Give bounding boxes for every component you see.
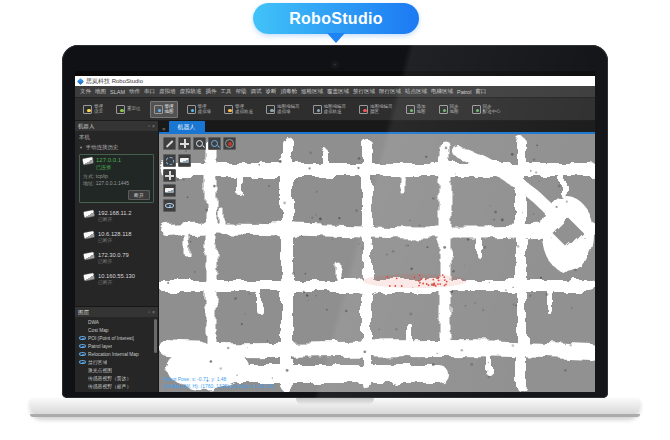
window-titlebar[interactable]: 思岚科技 RoboStudio — [75, 76, 595, 86]
record-button[interactable] — [223, 137, 236, 150]
robot-list-item[interactable]: 10.6.128.118 已断开 — [75, 227, 158, 248]
layer-row[interactable]: POI (Point of Interest) — [75, 334, 158, 342]
toolbar-button-icon — [313, 105, 322, 114]
menu-item[interactable]: 帮助 — [235, 88, 246, 95]
pan-icon — [165, 171, 174, 180]
layer-row[interactable]: DWA — [75, 318, 158, 326]
disconnect-button[interactable]: 断开 — [128, 190, 150, 200]
menu-item[interactable]: 插件 — [205, 88, 216, 95]
close-icon[interactable]: × — [152, 124, 155, 129]
measure-tool-button[interactable] — [163, 137, 176, 150]
eye-icon[interactable] — [79, 360, 86, 364]
toolbar-button[interactable]: 同步 配送中心 — [468, 101, 505, 118]
robot-status: 已连接 — [96, 164, 121, 170]
menu-item[interactable]: Patrol — [457, 89, 471, 95]
zoom-out-button[interactable] — [193, 137, 206, 150]
layer-row[interactable]: 传感器视野（超声） — [75, 382, 158, 390]
zoom-in-icon — [210, 139, 219, 148]
connected-robot-card[interactable]: 127.0.0.1 已连接 方式: tcp/ip 地址: 127.0.0.1:1… — [79, 154, 154, 203]
toolbar-button-icon — [187, 105, 196, 114]
robot-ip: 127.0.0.1 — [96, 157, 121, 164]
menu-item[interactable]: 诊断 — [265, 88, 276, 95]
eye-icon[interactable] — [79, 344, 86, 348]
map-tab[interactable]: 机器人 — [169, 121, 205, 134]
occupancy-map[interactable] — [159, 134, 595, 392]
robot-list-item[interactable]: 192.168.11.2 已断开 — [75, 206, 158, 227]
local-robot-label[interactable]: 本机 — [75, 131, 158, 142]
toolbar-button[interactable]: 管理 虚拟墙 — [183, 101, 216, 118]
menu-item[interactable]: 限行区域 — [379, 88, 401, 95]
robot-list-item[interactable]: 172.30.0.79 已断开 — [75, 248, 158, 269]
history-section-label[interactable]: ▼ 手动连接历史 — [75, 142, 158, 153]
map-canvas[interactable]: Robot Pose: x: -0.71, y: 1.48 GridMap (W… — [159, 134, 595, 392]
zoom-in-button[interactable] — [208, 137, 221, 150]
pan-tool-button[interactable] — [163, 169, 176, 182]
toolbar-button[interactable]: 重定位 — [112, 102, 145, 117]
menu-item[interactable]: 工具 — [220, 88, 231, 95]
layer-row[interactable]: 传感器视野（雷达） — [75, 374, 158, 382]
toolbar-button-icon — [116, 105, 125, 114]
robots-panel-header: 机器人 ▫ × — [75, 121, 158, 131]
layer-row[interactable]: 禁行区域 — [75, 358, 158, 366]
menu-item[interactable]: 巡检区域 — [301, 88, 323, 95]
laptop-display: 思岚科技 RoboStudio 文件地图SLAM动作串口虚拟墙虚拟轨道插件工具帮… — [75, 71, 595, 392]
visibility-button[interactable] — [163, 199, 176, 212]
toolbar-button[interactable]: 管理 虚拟轨道 — [220, 101, 257, 118]
move-tool-button[interactable] — [178, 137, 191, 150]
layer-row[interactable]: Patrol layer — [75, 342, 158, 350]
layer-row[interactable]: Relocation Internal Map — [75, 350, 158, 358]
menu-item[interactable]: 站点区域 — [405, 88, 427, 95]
menu-item[interactable]: 虚拟墙 — [159, 88, 176, 95]
robot-icon — [165, 188, 174, 193]
pin-icon[interactable]: ▫ — [148, 124, 150, 129]
toolbar-button-label: 管理 地图 — [165, 104, 174, 115]
menu-bar: 文件地图SLAM动作串口虚拟墙虚拟轨道插件工具帮助调试诊断消毒舱巡检区域覆盖区域… — [75, 86, 595, 97]
robot-list-item[interactable]: 10.160.55.130 已断开 — [75, 269, 158, 290]
laptop-base — [30, 398, 640, 417]
menu-item[interactable]: 消毒舱 — [280, 88, 297, 95]
toolbar-button[interactable]: 地图编辑器 虚拟墙 — [262, 101, 304, 118]
menu-item[interactable]: 电梯区域 — [431, 88, 453, 95]
toolbar-button[interactable]: 地图编辑器 虚拟轨道 — [309, 101, 351, 118]
eye-icon[interactable] — [79, 352, 86, 356]
toolbar-button[interactable]: 添加 地图 — [402, 101, 430, 118]
menu-item[interactable]: SLAM — [110, 89, 125, 95]
follow-robot-button[interactable] — [163, 184, 176, 197]
menu-item[interactable]: 虚拟轨道 — [179, 88, 201, 95]
toolbar-button[interactable]: 地图编辑器 禁区 — [355, 101, 397, 118]
laptop-screen: 思岚科技 RoboStudio 文件地图SLAM动作串口虚拟墙虚拟轨道插件工具帮… — [62, 45, 608, 398]
eye-icon[interactable] — [79, 336, 86, 340]
toolbar-button-label: 管理 虚拟墙 — [198, 104, 212, 115]
record-icon — [225, 139, 234, 148]
pin-icon[interactable]: ▫ — [148, 310, 150, 315]
layer-row[interactable]: Cost Map — [75, 326, 158, 334]
toolbar-button[interactable]: 管理 地图 — [150, 101, 178, 118]
map-toolbar — [163, 137, 236, 150]
toolbar-button-icon — [472, 105, 481, 114]
robot-view-button[interactable] — [178, 154, 191, 167]
robot-history-list: 192.168.11.2 已断开 10.6.128.118 — [75, 206, 158, 290]
rotate-tool-button[interactable] — [163, 154, 176, 167]
close-icon[interactable]: × — [152, 310, 155, 315]
layer-row[interactable]: 激光点视图 — [75, 366, 158, 374]
menu-item[interactable]: 窗口 — [475, 88, 486, 95]
toolbar-button[interactable]: 同步 地图 — [435, 101, 463, 118]
tab-close-icon[interactable]: × — [159, 126, 169, 134]
toolbar-button-label: 添加 地图 — [417, 104, 426, 115]
menu-item[interactable]: 覆盖区域 — [327, 88, 349, 95]
map-side-toolbar — [163, 154, 191, 212]
toolbar-button[interactable]: 管理 设定 — [79, 101, 107, 118]
robostudio-window: 思岚科技 RoboStudio 文件地图SLAM动作串口虚拟墙虚拟轨道插件工具帮… — [75, 76, 595, 392]
layers-panel-header: 图层 ▫ × — [75, 307, 158, 317]
robots-panel-title: 机器人 — [78, 123, 146, 130]
gridmap-info-text: GridMap (W, H): (1760, 1328) pix Zoom: 1… — [163, 383, 274, 390]
menu-item[interactable]: 禁行区域 — [353, 88, 375, 95]
menu-item[interactable]: 串口 — [144, 88, 155, 95]
menu-item[interactable]: 文件 — [80, 88, 91, 95]
layers-scrollbar[interactable] — [154, 319, 157, 353]
menu-item[interactable]: 地图 — [95, 88, 106, 95]
menu-item[interactable]: 调试 — [250, 88, 261, 95]
collapse-icon: ▼ — [79, 145, 83, 150]
toolbar-button-label: 管理 虚拟轨道 — [235, 104, 253, 115]
menu-item[interactable]: 动作 — [129, 88, 140, 95]
